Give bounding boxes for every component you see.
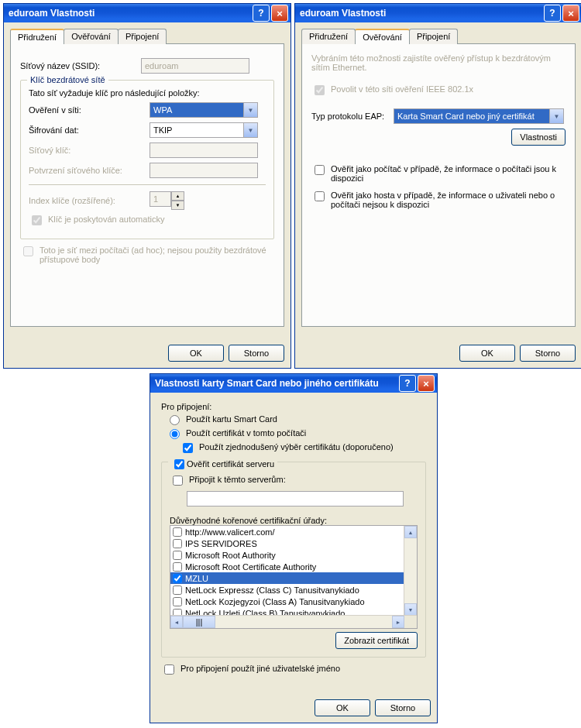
encryption-select[interactable] (150, 122, 258, 138)
use-smartcard-label: Použít kartu Smart Card (186, 414, 277, 424)
list-item[interactable]: NetLock Expressz (Class C) Tanusitvanyki… (170, 584, 404, 596)
cancel-button[interactable]: Storno (229, 345, 284, 362)
item-label: NetLock Kozjegyzoi (Class A) Tanusitvany… (185, 597, 365, 606)
connect-for-label: Pro připojení: (161, 402, 426, 411)
list-item[interactable]: http://www.valicert.com/ (170, 526, 404, 537)
group-legend: Klíč bezdrátové sítě (27, 75, 108, 84)
close-button[interactable]: × (271, 5, 288, 22)
show-cert-button[interactable]: Zobrazit certifikát (335, 632, 418, 649)
client-area: Pro připojení: Použít kartu Smart Card P… (150, 393, 437, 695)
titlebar[interactable]: eduroam Vlastnosti ? × (295, 4, 581, 22)
auth-as-computer-label: Ověřit jako počítač v případě, že inform… (331, 164, 566, 183)
scroll-left-icon[interactable]: ◄ (170, 616, 183, 628)
scroll-down-icon[interactable]: ▼ (404, 603, 417, 616)
tab-association[interactable]: Přidružení (301, 29, 356, 44)
item-label: NetLock Expressz (Class C) Tanusitvanyki… (185, 585, 359, 595)
list-item[interactable]: MZLU (170, 572, 404, 584)
button-row: OK Storno (4, 340, 290, 368)
list-item[interactable]: IPS SERVIDORES (170, 537, 404, 549)
use-cert-label: Použít certifikát v tomto počítači (186, 428, 306, 438)
item-checkbox[interactable] (173, 539, 182, 548)
button-row: OK Storno (295, 340, 581, 368)
item-checkbox[interactable] (173, 574, 182, 583)
scroll-thumb[interactable]: ||| (183, 616, 215, 628)
adhoc-checkbox (23, 246, 33, 256)
wireless-key-group: Klíč bezdrátové sítě Tato síť vyžaduje k… (20, 80, 274, 239)
validate-legend: Ověřit certifikát serveru (168, 457, 277, 472)
titlebar[interactable]: Vlastnosti karty Smart Card nebo jiného … (150, 374, 437, 393)
ok-button[interactable]: OK (168, 345, 224, 362)
titlebar[interactable]: eduroam Vlastnosti ? × (4, 4, 290, 22)
list-item[interactable]: Microsoft Root Authority (170, 549, 404, 561)
auth-select[interactable] (150, 102, 258, 118)
item-label: MZLU (185, 574, 208, 583)
window-authentication: eduroam Vlastnosti ? × Přidružení Ověřov… (294, 3, 581, 369)
confirm-key-input (150, 163, 258, 178)
cancel-button[interactable]: Storno (520, 345, 576, 362)
ca-listbox[interactable]: http://www.valicert.com/ IPS SERVIDORES … (170, 525, 418, 629)
key-message: Tato síť vyžaduje klíč pro následující p… (29, 88, 266, 98)
window-title: eduroam Vlastnosti (300, 8, 542, 19)
tab-authentication[interactable]: Ověřování (355, 29, 410, 44)
ok-button[interactable]: OK (459, 345, 515, 362)
window-title: eduroam Vlastnosti (9, 8, 251, 19)
tab-body: Vybráním této možnosti zajistíte ověřený… (301, 43, 576, 327)
scroll-corner (404, 616, 417, 628)
auth-label: Ověření v síti: (29, 105, 145, 115)
connect-servers-checkbox[interactable] (173, 476, 183, 486)
help-button[interactable]: ? (253, 5, 270, 22)
item-checkbox[interactable] (173, 597, 182, 606)
help-button[interactable]: ? (399, 375, 416, 392)
item-checkbox[interactable] (173, 562, 182, 572)
ok-button[interactable]: OK (315, 699, 370, 716)
tab-association[interactable]: Přidružení (10, 29, 64, 44)
vertical-scrollbar[interactable]: ▲ ▼ (404, 526, 417, 616)
auto-key-label: Klíč je poskytován automaticky (48, 215, 164, 224)
validate-group: Ověřit certifikát serveru Připojit k těm… (161, 462, 426, 658)
network-key-input (150, 143, 258, 158)
close-button[interactable]: × (562, 5, 579, 22)
client-area: Přidružení Ověřování Připojení Síťový ná… (4, 22, 290, 340)
different-username-label: Pro připojení použít jiné uživatelské jm… (180, 664, 340, 673)
description-text: Vybráním této možnosti zajistíte ověřený… (311, 53, 566, 72)
tab-authentication[interactable]: Ověřování (64, 29, 119, 44)
tabstrip: Přidružení Ověřování Připojení (10, 29, 284, 44)
auto-key-checkbox (32, 215, 42, 225)
cancel-button[interactable]: Storno (375, 699, 431, 716)
simple-select-label: Použít zjednodušený výběr certifikátu (d… (199, 442, 394, 452)
help-button[interactable]: ? (544, 5, 561, 22)
scroll-right-icon[interactable]: ► (392, 616, 404, 628)
spinner-down-icon: ▼ (171, 201, 184, 210)
item-label: IPS SERVIDORES (185, 539, 257, 548)
auth-as-computer-checkbox[interactable] (315, 165, 325, 175)
encryption-label: Šifrování dat: (29, 125, 145, 135)
item-checkbox[interactable] (173, 527, 182, 537)
list-item[interactable]: NetLock Kozjegyzoi (Class A) Tanusitvany… (170, 596, 404, 607)
tab-body: Síťový název (SSID): Klíč bezdrátové sít… (10, 43, 284, 327)
tab-connection[interactable]: Připojení (409, 29, 458, 44)
client-area: Přidružení Ověřování Připojení Vybráním … (295, 22, 581, 340)
simple-select-checkbox[interactable] (183, 443, 193, 453)
scroll-up-icon[interactable]: ▲ (404, 526, 417, 538)
enable-8021x-checkbox (315, 85, 325, 95)
list-item[interactable]: Microsoft Root Certificate Authority (170, 561, 404, 572)
tab-connection[interactable]: Připojení (118, 29, 167, 44)
different-username-checkbox[interactable] (164, 664, 174, 675)
ssid-input (141, 58, 249, 74)
eap-select[interactable] (394, 108, 564, 124)
item-checkbox[interactable] (173, 551, 182, 560)
validate-checkbox[interactable] (174, 459, 184, 469)
auth-as-guest-checkbox[interactable] (315, 191, 325, 201)
item-checkbox[interactable] (173, 585, 182, 595)
horizontal-scrollbar[interactable]: ◄ ||| ► (170, 615, 417, 628)
properties-button[interactable]: Vlastnosti (511, 129, 566, 146)
ca-label: Důvěryhodné kořenové certifikační úřady: (170, 516, 418, 525)
use-cert-radio[interactable] (170, 429, 180, 439)
use-smartcard-radio[interactable] (170, 415, 180, 425)
close-button[interactable]: × (418, 375, 435, 392)
ssid-label: Síťový název (SSID): (20, 61, 136, 70)
key-index-spinner: ▲ ▼ (150, 191, 184, 210)
auth-as-guest-label: Ověřit jako hosta v případě, že informac… (331, 191, 566, 209)
item-label: Microsoft Root Authority (185, 551, 276, 560)
connect-servers-input[interactable] (187, 491, 404, 507)
